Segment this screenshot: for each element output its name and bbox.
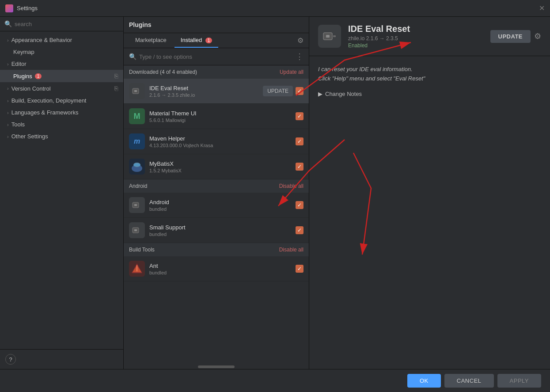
apply-button[interactable]: APPLY — [497, 374, 541, 388]
search-icon: 🔍 — [4, 20, 12, 27]
right-plugin-icon — [318, 25, 341, 48]
plugin-search-input[interactable] — [139, 53, 293, 60]
plugin-item-actions: ⎘ — [114, 72, 118, 80]
plugin-enabled-checkbox[interactable]: ✓ — [296, 265, 303, 273]
vc-item-actions: ⎘ — [114, 85, 118, 92]
titlebar: Settings ✕ — [0, 0, 550, 17]
plugin-item-smali[interactable]: Smali Support bundled ✓ — [124, 218, 309, 243]
sidebar-item-tools[interactable]: › Tools — [0, 118, 123, 130]
main-wrapper: 🔍 › Appearance & Behavior Keymap › Edito… — [0, 17, 550, 392]
svg-rect-13 — [333, 35, 336, 37]
sidebar-item-label: Appearance & Behavior — [11, 37, 72, 43]
plugin-item-mybatisx[interactable]: MyBatisX 1.5.2 MybatisX ✓ — [124, 154, 309, 179]
sidebar-item-keymap[interactable]: Keymap — [0, 46, 123, 58]
right-update-button[interactable]: UPDATE — [490, 30, 531, 43]
sidebar-item-label: Version Control — [11, 85, 51, 92]
change-notes-toggle[interactable]: ▶ Change Notes — [318, 91, 541, 97]
right-plugin-meta: zhile.io 2.1.6 → 2.3.5 — [348, 35, 483, 42]
plugin-enabled-checkbox[interactable]: ✓ — [296, 112, 303, 120]
sort-icon[interactable]: ⋮ — [296, 52, 303, 61]
chevron-right-icon: › — [7, 122, 9, 127]
plugin-enabled-checkbox[interactable]: ✓ — [296, 163, 303, 171]
sidebar-item-editor[interactable]: › Editor — [0, 58, 123, 70]
right-gear-icon[interactable]: ⚙ — [534, 31, 541, 41]
plugin-actions: ✓ — [296, 201, 303, 209]
plugin-meta: 1.5.2 MybatisX — [149, 168, 296, 173]
tab-installed[interactable]: Installed 1 — [174, 33, 219, 48]
plugin-name: Ant — [149, 263, 296, 269]
plugin-description-line1: I can reset your IDE eval information. — [318, 65, 541, 74]
sidebar-item-appearance[interactable]: › Appearance & Behavior — [0, 34, 123, 46]
sidebar: 🔍 › Appearance & Behavior Keymap › Edito… — [0, 17, 124, 369]
plugin-info: Maven Helper 4.13.203.000.0 Vojtech Kras… — [149, 135, 296, 148]
sidebar-item-label: Keymap — [13, 49, 34, 55]
disable-all-android-link[interactable]: Disable all — [279, 183, 303, 189]
plugin-enabled-checkbox[interactable]: ✓ — [296, 201, 303, 209]
plugin-name: MyBatisX — [149, 160, 296, 167]
cancel-button[interactable]: CANCEL — [444, 374, 494, 388]
chevron-right-icon: › — [7, 61, 9, 67]
update-all-link[interactable]: Update all — [280, 69, 303, 75]
sidebar-items: › Appearance & Behavior Keymap › Editor … — [0, 31, 123, 349]
panel-title: Plugins — [129, 21, 152, 28]
section-downloaded-label: Downloaded (4 of 4 enabled) — [129, 69, 197, 75]
plugin-info: Android bundled — [149, 199, 296, 212]
sidebar-item-build[interactable]: › Build, Execution, Deployment — [0, 95, 123, 107]
material-theme-icon: M — [129, 108, 145, 124]
plugin-enabled-checkbox[interactable]: ✓ — [296, 87, 303, 95]
plugin-meta: bundled — [149, 270, 296, 275]
plugins-badge: 1 — [35, 73, 42, 79]
content-area: 🔍 › Appearance & Behavior Keymap › Edito… — [0, 17, 550, 369]
plugin-list: Downloaded (4 of 4 enabled) Update all I… — [124, 65, 309, 365]
ok-button[interactable]: OK — [407, 374, 441, 388]
plugin-meta: bundled — [149, 206, 296, 212]
plugin-meta: 5.6.0.1 Mallowigi — [149, 118, 296, 123]
section-android: Android Disable all — [124, 179, 309, 193]
plugin-enabled-checkbox[interactable]: ✓ — [296, 137, 303, 145]
plugin-search-bar[interactable]: 🔍 ⋮ — [124, 48, 309, 65]
disable-all-build-link[interactable]: Disable all — [279, 247, 303, 253]
close-button[interactable]: ✕ — [539, 4, 545, 12]
plugin-item-ide-eval-reset[interactable]: IDE Eval Reset 2.1.6 → 2.3.5 zhile.io UP… — [124, 79, 309, 104]
plugin-name: Maven Helper — [149, 135, 296, 142]
right-panel: IDE Eval Reset zhile.io 2.1.6 → 2.3.5 En… — [309, 17, 550, 369]
update-button[interactable]: UPDATE — [263, 86, 293, 96]
bottom-bar: OK CANCEL APPLY — [0, 369, 550, 392]
ide-eval-icon — [129, 83, 145, 99]
sidebar-item-version-control[interactable]: › Version Control ⎘ — [0, 82, 123, 95]
android-icon — [129, 197, 145, 213]
sidebar-item-plugins[interactable]: Plugins 1 ⎘ — [0, 70, 123, 82]
plugin-item-android[interactable]: Android bundled ✓ — [124, 193, 309, 218]
plugin-item-maven-helper[interactable]: m Maven Helper 4.13.203.000.0 Vojtech Kr… — [124, 129, 309, 154]
sidebar-item-languages[interactable]: › Languages & Frameworks — [0, 107, 123, 118]
svg-rect-7 — [134, 229, 137, 231]
chevron-right-icon: › — [7, 134, 9, 139]
plugin-info: IDE Eval Reset 2.1.6 → 2.3.5 zhile.io — [149, 85, 263, 98]
plugin-meta: 2.1.6 → 2.3.5 zhile.io — [149, 92, 263, 98]
sidebar-item-label: Plugins — [13, 73, 32, 80]
chevron-right-icon: › — [7, 98, 9, 103]
installed-badge: 1 — [205, 38, 212, 43]
sidebar-search-bar[interactable]: 🔍 — [0, 17, 123, 31]
plugin-actions: ✓ — [296, 163, 303, 171]
help-button[interactable]: ? — [5, 354, 16, 365]
plugin-item-material-theme[interactable]: M Material Theme UI 5.6.0.1 Mallowigi ✓ — [124, 104, 309, 129]
plugin-meta: 4.13.203.000.0 Vojtech Krasa — [149, 143, 296, 148]
plugin-item-ant[interactable]: Ant bundled ✓ — [124, 256, 309, 282]
sidebar-search-input[interactable] — [15, 21, 119, 27]
right-plugin-info: IDE Eval Reset zhile.io 2.1.6 → 2.3.5 En… — [348, 24, 483, 49]
plugin-actions: ✓ — [296, 226, 303, 234]
plugin-info: MyBatisX 1.5.2 MybatisX — [149, 160, 296, 173]
plugin-actions: ✓ — [296, 112, 303, 120]
panel-tabs: Marketplace Installed 1 ⚙ — [124, 33, 309, 48]
sidebar-item-other[interactable]: › Other Settings — [0, 130, 123, 142]
section-build-tools-label: Build Tools — [129, 247, 155, 253]
plugin-enabled-checkbox[interactable]: ✓ — [296, 226, 303, 234]
sidebar-item-label: Tools — [11, 121, 25, 128]
tab-installed-label: Installed — [181, 37, 202, 43]
section-downloaded: Downloaded (4 of 4 enabled) Update all — [124, 65, 309, 79]
horizontal-scrollbar[interactable] — [198, 365, 235, 368]
sidebar-bottom: ? — [0, 349, 123, 369]
gear-icon[interactable]: ⚙ — [297, 36, 303, 45]
tab-marketplace[interactable]: Marketplace — [129, 33, 173, 48]
